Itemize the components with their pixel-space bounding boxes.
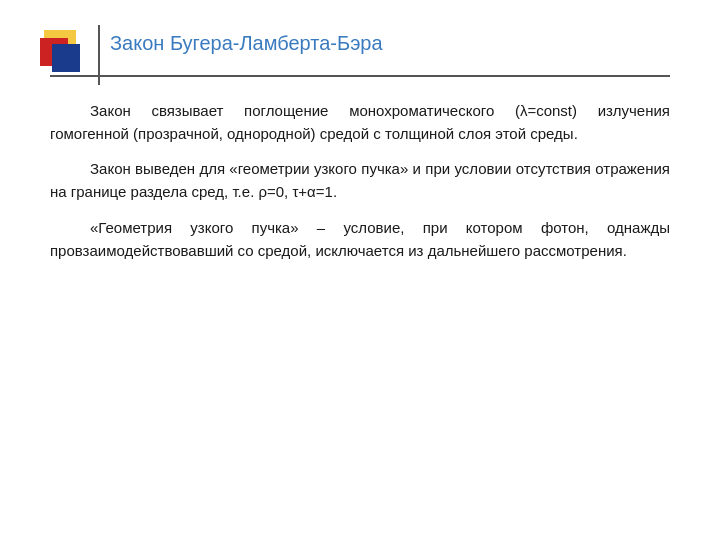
paragraph-1: Закон связывает поглощение монохроматиче…	[50, 99, 670, 146]
decorative-squares	[40, 30, 90, 80]
slide-title: Закон Бугера-Ламберта-Бэра	[110, 30, 383, 55]
vertical-line	[98, 25, 100, 85]
paragraph-3: «Геометрия узкого пучка» – условие, при …	[50, 216, 670, 263]
content-area: Закон связывает поглощение монохроматиче…	[50, 99, 670, 263]
divider-line	[50, 75, 670, 77]
title-area: Закон Бугера-Ламберта-Бэра	[50, 30, 670, 55]
square-blue	[52, 44, 80, 72]
slide-container: Закон Бугера-Ламберта-Бэра Закон связыва…	[0, 0, 720, 540]
paragraph-2: Закон выведен для «геометрии узкого пучк…	[50, 157, 670, 204]
